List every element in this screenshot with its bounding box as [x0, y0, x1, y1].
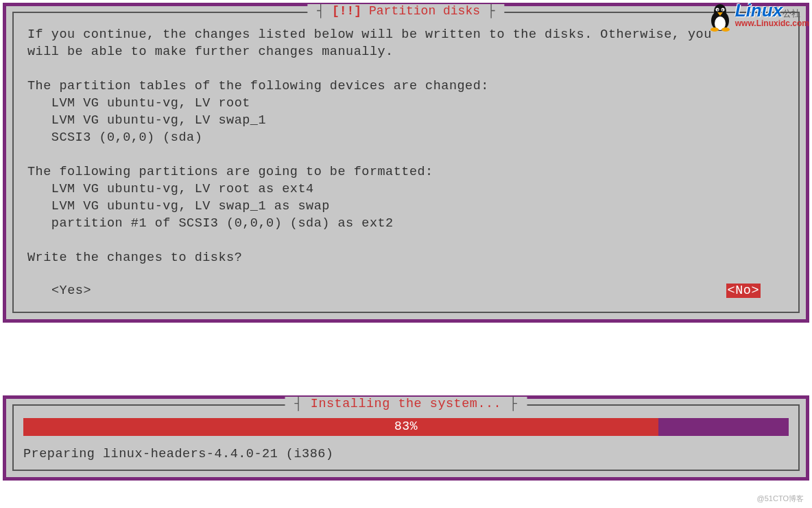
install-progress-dialog: ┤ Installing the system... ├ 83% Prepari…	[3, 395, 809, 481]
progress-title: ┤ Installing the system... ├	[285, 397, 527, 411]
svg-point-8	[721, 27, 730, 32]
dialog-body-text: If you continue, the changes listed belo…	[27, 27, 785, 267]
watermark-logo: Linux公社 www.Linuxidc.com	[706, 1, 809, 32]
no-button[interactable]: <No>	[726, 284, 761, 298]
dialog-button-row: <Yes> <No>	[27, 284, 785, 299]
partition-dialog: ┤ [!!] Partition disks ├ If you continue…	[3, 3, 809, 323]
yes-button[interactable]: <Yes>	[51, 284, 91, 298]
svg-point-7	[710, 27, 719, 32]
svg-point-5	[717, 9, 718, 10]
progress-bar: 83%	[23, 418, 789, 436]
progress-percent-label: 83%	[23, 419, 789, 433]
footer-watermark: @51CTO博客	[757, 494, 804, 504]
watermark-brand-cn: 公社	[783, 9, 800, 19]
penguin-icon	[706, 1, 734, 32]
watermark-brand: Linux	[735, 0, 783, 21]
dialog-title: ┤ [!!] Partition disks ├	[307, 4, 504, 18]
progress-status-text: Preparing linux-headers-4.4.0-21 (i386)	[23, 447, 789, 461]
svg-point-6	[721, 9, 723, 10]
watermark-url: www.Linuxidc.com	[735, 19, 809, 27]
